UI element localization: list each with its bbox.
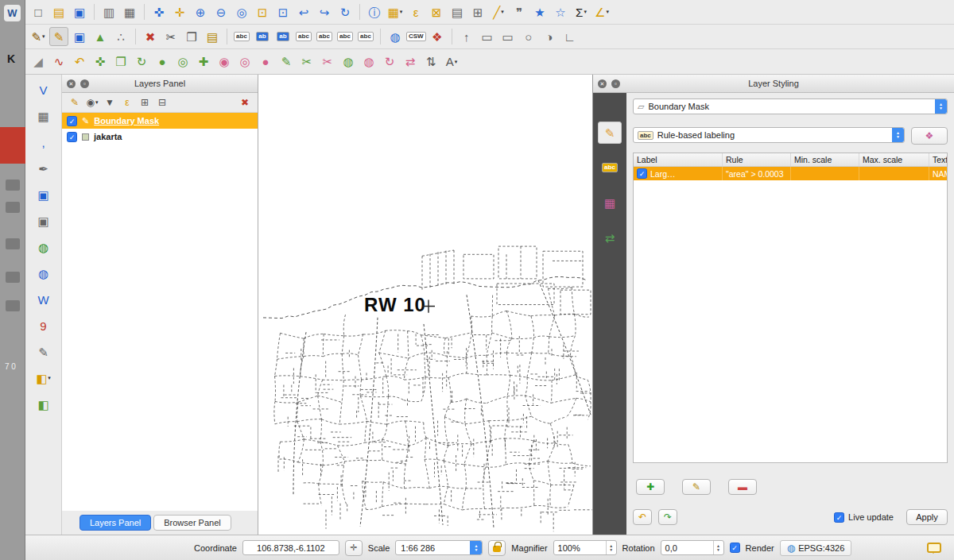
- zoom-to-layer-icon[interactable]: ⊡: [273, 2, 293, 21]
- spinner-arrows-icon[interactable]: [713, 541, 723, 554]
- add-part-icon[interactable]: ✚: [194, 52, 213, 71]
- pan-map-icon[interactable]: ✜: [149, 2, 169, 21]
- layer-row-boundary-mask[interactable]: Boundary Mask: [62, 113, 258, 129]
- add-delimited-text-layer-icon[interactable]: ,: [33, 132, 55, 153]
- labeling-mode-combo[interactable]: Rule-based labeling: [633, 127, 905, 143]
- zoom-next-icon[interactable]: ↪: [315, 2, 334, 21]
- show-bookmarks-icon[interactable]: ☆: [551, 2, 570, 21]
- labels-tab-icon[interactable]: abc: [598, 156, 622, 179]
- spinner-arrows-icon[interactable]: [606, 541, 616, 554]
- align-features-icon[interactable]: ⇅: [421, 52, 440, 71]
- add-circle-icon[interactable]: ◑: [540, 27, 559, 46]
- filter-legend-icon[interactable]: ▼: [101, 95, 118, 110]
- undo-icon[interactable]: ↶: [633, 509, 652, 525]
- layer-visibility-checkbox[interactable]: [67, 116, 77, 126]
- tab-layers-panel[interactable]: Layers Panel: [80, 515, 151, 531]
- remove-rule-icon[interactable]: ▬: [728, 479, 757, 495]
- node-tool-icon[interactable]: ∴: [111, 27, 130, 46]
- plugin-tool-icon[interactable]: ❖: [428, 27, 447, 46]
- offset-curve-icon[interactable]: ↶: [70, 52, 89, 71]
- layer-tree[interactable]: Boundary Mask jakarta: [62, 113, 258, 511]
- edit-rule-icon[interactable]: ✎: [682, 479, 711, 495]
- offset-point-symbols-icon[interactable]: ⇄: [401, 52, 420, 71]
- crs-indicator[interactable]: EPSG:4326: [780, 540, 852, 556]
- move-feature-icon[interactable]: ✜: [91, 52, 110, 71]
- refresh-map-icon[interactable]: ↻: [335, 2, 355, 21]
- merge-attributes-icon[interactable]: ◍: [359, 52, 378, 71]
- rules-table-empty-area[interactable]: [634, 180, 947, 462]
- copy-move-feature-icon[interactable]: ❐: [111, 52, 130, 71]
- mouse-position-button[interactable]: [345, 540, 363, 556]
- select-features-icon[interactable]: ▦▾: [386, 2, 405, 21]
- annotation-icon[interactable]: A▾: [442, 52, 461, 71]
- csw-catalog-icon[interactable]: CSW: [406, 27, 426, 46]
- new-geopackage-layer-icon[interactable]: ◧: [33, 394, 55, 415]
- log-messages-button[interactable]: [927, 543, 941, 553]
- rotate-feature-icon[interactable]: ↻: [132, 52, 151, 71]
- delete-ring-icon[interactable]: ◎: [235, 52, 254, 71]
- rotation-input[interactable]: 0,0: [661, 540, 724, 555]
- open-project-icon[interactable]: ▤: [49, 2, 68, 21]
- save-layer-edits-icon[interactable]: ▣: [70, 27, 89, 46]
- manage-map-themes-icon[interactable]: ◉▾: [83, 95, 101, 110]
- tab-browser-panel[interactable]: Browser Panel: [153, 515, 231, 531]
- select-by-expression-icon[interactable]: ε: [406, 2, 425, 21]
- float-panel-icon[interactable]: [611, 79, 620, 88]
- column-rule[interactable]: Rule: [723, 153, 791, 166]
- measure-angle-icon[interactable]: ∠▾: [592, 2, 611, 21]
- reshape-features-icon[interactable]: ✎: [277, 52, 296, 71]
- offset-point-icon[interactable]: ↑: [457, 27, 476, 46]
- label-rotate-icon[interactable]: abc: [335, 27, 355, 46]
- cut-features-icon[interactable]: ✂: [161, 27, 180, 46]
- composer-manager-icon[interactable]: ▦: [120, 2, 139, 21]
- add-rule-icon[interactable]: ✚: [636, 479, 665, 495]
- zoom-to-selection-icon[interactable]: ⊡: [253, 2, 272, 21]
- new-shapefile-layer-icon[interactable]: ◧▾: [33, 368, 55, 388]
- cad-tools-icon[interactable]: ◢: [29, 52, 48, 71]
- statistical-summary-icon[interactable]: Σ▾: [572, 2, 591, 21]
- map-canvas-drawing[interactable]: RW 10RW 10: [258, 75, 592, 535]
- combo-stepper-icon[interactable]: [470, 541, 482, 554]
- zoom-full-icon[interactable]: ◎: [232, 2, 251, 21]
- float-panel-icon[interactable]: [80, 79, 89, 88]
- column-min-scale[interactable]: Min. scale: [791, 153, 859, 166]
- zoom-last-icon[interactable]: ↩: [294, 2, 313, 21]
- layer-selector-combo[interactable]: Boundary Mask: [633, 98, 948, 114]
- delete-selected-icon[interactable]: ✖: [141, 27, 160, 46]
- measure-icon[interactable]: ╱▾: [489, 2, 508, 21]
- label-toggle-display-icon[interactable]: ab: [273, 27, 293, 46]
- add-mssql-layer-icon[interactable]: ▣: [33, 210, 55, 231]
- trim-extend-icon[interactable]: ∟: [560, 27, 580, 46]
- layer-row-jakarta[interactable]: jakarta: [62, 129, 258, 145]
- remove-layer-icon[interactable]: ✖: [236, 95, 254, 110]
- scale-combo[interactable]: 1:66 286: [395, 540, 483, 555]
- deselect-all-icon[interactable]: ⊠: [427, 2, 446, 21]
- scale-lock-button[interactable]: [488, 540, 506, 556]
- tracing-icon[interactable]: ∿: [49, 52, 68, 71]
- copy-features-icon[interactable]: ❐: [182, 27, 201, 46]
- fill-ring-icon[interactable]: ◉: [215, 52, 234, 71]
- add-wms-layer-icon[interactable]: ◍: [33, 237, 55, 257]
- toggle-editing-icon[interactable]: ✎: [49, 27, 68, 46]
- rotate-point-symbols-icon[interactable]: ↻: [380, 52, 399, 71]
- redo-icon[interactable]: ↷: [658, 509, 677, 525]
- coordinate-input[interactable]: 106.8738,-6.1102: [242, 540, 339, 555]
- column-label[interactable]: Label: [634, 153, 723, 166]
- add-rectangle-3pt-icon[interactable]: ▭: [498, 27, 518, 46]
- expand-all-icon[interactable]: ⊞: [136, 95, 153, 110]
- rule-row[interactable]: Larg… "area" > 0.0003 NAM: [634, 167, 948, 180]
- field-calculator-icon[interactable]: ⊞: [468, 2, 487, 21]
- zoom-in-icon[interactable]: ⊕: [191, 2, 210, 21]
- open-attribute-table-icon[interactable]: ▤: [448, 2, 467, 21]
- label-pin-icon[interactable]: ab: [253, 27, 272, 46]
- history-tab-icon[interactable]: ⇄: [598, 226, 622, 249]
- label-show-hide-icon[interactable]: abc: [294, 27, 313, 46]
- labeling-options-icon[interactable]: abc: [232, 27, 251, 46]
- add-raster-layer-icon[interactable]: ▦: [33, 106, 55, 126]
- new-bookmark-icon[interactable]: ★: [530, 2, 549, 21]
- split-parts-icon[interactable]: ✂: [318, 52, 337, 71]
- current-edits-icon[interactable]: ✎▾: [29, 27, 48, 46]
- paste-features-icon[interactable]: ▤: [203, 27, 222, 46]
- apply-button[interactable]: Apply: [906, 509, 948, 525]
- symbology-tab-icon[interactable]: ✎: [598, 122, 622, 144]
